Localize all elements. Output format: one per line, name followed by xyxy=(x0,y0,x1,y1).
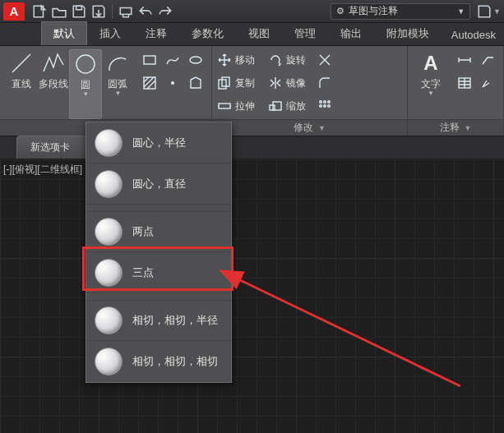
svg-rect-12 xyxy=(270,105,275,110)
array-icon[interactable] xyxy=(317,99,332,113)
svg-rect-2 xyxy=(120,7,132,14)
chevron-down-icon: ▼ xyxy=(428,90,434,97)
svg-rect-1 xyxy=(76,6,82,10)
stretch-label: 拉伸 xyxy=(235,99,255,113)
menu-item-label: 三点 xyxy=(132,265,154,280)
mirror-icon[interactable] xyxy=(268,76,283,90)
save-icon[interactable] xyxy=(72,4,86,19)
hatch-icon[interactable] xyxy=(139,72,160,94)
plot-icon[interactable] xyxy=(118,4,133,19)
svg-point-19 xyxy=(328,105,331,108)
circle-ttr[interactable]: 相切，相切，半径 xyxy=(86,300,231,341)
dim-linear-icon[interactable] xyxy=(454,49,475,71)
saveas-icon[interactable] xyxy=(91,4,106,19)
menu-item-label: 圆心，半径 xyxy=(132,136,186,150)
circle-label: 圆 xyxy=(81,80,90,90)
panel-modify-title[interactable]: 修改▼ xyxy=(212,119,407,136)
brand-label: Autodesk xyxy=(443,25,504,45)
app-menu-button[interactable]: A xyxy=(3,2,25,21)
rotate-icon[interactable] xyxy=(268,53,283,67)
circle-button[interactable]: 圆 ▼ xyxy=(69,49,101,119)
circle-center-radius[interactable]: 圆心，半径 xyxy=(86,122,231,164)
workspace-combo[interactable]: ⚙ 草图与注释 ▼ xyxy=(331,3,470,20)
ribbon-tabstrip: 默认 插入 注释 参数化 视图 管理 输出 附加模块 Autodesk xyxy=(0,23,504,46)
leader-icon[interactable] xyxy=(477,49,498,71)
line-label: 直线 xyxy=(12,79,31,90)
panel-annotate-title[interactable]: 注释▼ xyxy=(408,119,503,136)
svg-line-3 xyxy=(12,54,30,72)
open-icon[interactable] xyxy=(52,4,67,19)
new-icon[interactable] xyxy=(32,4,47,19)
svg-point-6 xyxy=(190,57,201,63)
document-tab-label: 新选项卡 xyxy=(30,141,70,153)
copy-label: 复制 xyxy=(235,76,255,90)
circle-icon xyxy=(95,218,123,246)
text-button[interactable]: A 文字 ▼ xyxy=(413,49,449,119)
table-icon[interactable] xyxy=(454,72,475,94)
tab-annotate[interactable]: 注释 xyxy=(133,21,179,45)
circle-icon xyxy=(95,129,123,157)
tab-insert[interactable]: 插入 xyxy=(87,21,133,45)
panel-annotate: A 文字 ▼ 注释▼ xyxy=(408,46,504,136)
mleader-icon[interactable] xyxy=(477,72,498,94)
tab-default[interactable]: 默认 xyxy=(41,21,87,45)
undo-icon[interactable] xyxy=(138,4,153,19)
chevron-down-icon: ▼ xyxy=(457,7,465,16)
line-button[interactable]: 直线 xyxy=(5,49,37,119)
circle-center-diameter[interactable]: 圆心，直径 xyxy=(86,164,231,205)
circle-icon xyxy=(95,306,123,334)
stretch-icon[interactable] xyxy=(217,99,232,113)
tab-manage[interactable]: 管理 xyxy=(282,21,328,45)
circle-flyout-menu: 圆心，半径 圆心，直径 两点 三点 相切，相切，半径 相切，相切，相切 xyxy=(86,122,232,383)
rectangle-icon[interactable] xyxy=(139,49,160,71)
trim-icon[interactable] xyxy=(317,53,332,67)
ellipse-icon[interactable] xyxy=(185,49,206,71)
svg-point-4 xyxy=(76,55,95,73)
scale-label: 缩放 xyxy=(286,99,306,113)
viewport-state-label[interactable]: [-][俯视][二维线框] xyxy=(3,163,82,177)
workspace-label: 草图与注释 xyxy=(349,4,398,18)
move-icon[interactable] xyxy=(217,53,232,67)
region-icon[interactable] xyxy=(185,72,206,94)
mirror-label: 镜像 xyxy=(286,76,306,90)
gear-icon: ⚙ xyxy=(336,6,344,16)
circle-ttt[interactable]: 相切，相切，相切 xyxy=(86,341,231,382)
qat-save2-icon[interactable] xyxy=(477,4,492,19)
polyline-button[interactable]: 多段线 xyxy=(37,49,69,119)
scale-icon[interactable] xyxy=(268,99,283,113)
arc-button[interactable]: 圆弧 ▼ xyxy=(102,49,134,119)
draw-small-grid xyxy=(139,49,206,119)
qat-more-icon[interactable]: ▼ xyxy=(493,7,501,16)
chevron-down-icon: ▼ xyxy=(114,90,121,97)
ribbon: 直线 多段线 圆 ▼ 圆弧 ▼ xyxy=(0,46,504,136)
arc-label: 圆弧 xyxy=(108,79,127,90)
redo-icon[interactable] xyxy=(158,4,173,19)
svg-point-14 xyxy=(320,101,322,104)
quick-access-toolbar: A ⚙ 草图与注释 ▼ ▼ xyxy=(0,0,504,23)
drawing-canvas[interactable]: [-][俯视][二维线框] xyxy=(0,159,504,433)
tab-parametric[interactable]: 参数化 xyxy=(179,21,236,45)
rotate-label: 旋转 xyxy=(286,53,306,67)
polyline-label: 多段线 xyxy=(39,79,68,90)
tab-view[interactable]: 视图 xyxy=(236,21,282,45)
svg-point-8 xyxy=(171,81,174,85)
circle-2points[interactable]: 两点 xyxy=(86,211,231,252)
fillet-icon[interactable] xyxy=(317,76,332,90)
menu-item-label: 圆心，直径 xyxy=(132,177,186,191)
svg-rect-11 xyxy=(219,104,230,108)
spline-icon[interactable] xyxy=(162,49,183,71)
chevron-down-icon: ▼ xyxy=(82,90,89,98)
menu-item-label: 相切，相切，半径 xyxy=(132,313,218,328)
copy-icon[interactable] xyxy=(217,76,232,90)
svg-point-15 xyxy=(324,101,326,104)
svg-rect-5 xyxy=(144,56,155,64)
point-icon[interactable] xyxy=(162,72,183,94)
move-label: 移动 xyxy=(235,53,255,67)
svg-point-17 xyxy=(320,105,322,108)
svg-point-16 xyxy=(328,101,331,104)
circle-3points[interactable]: 三点 xyxy=(86,252,231,293)
tab-output[interactable]: 输出 xyxy=(328,21,374,45)
circle-icon xyxy=(95,259,123,287)
svg-point-18 xyxy=(324,105,326,108)
tab-addin[interactable]: 附加模块 xyxy=(374,21,442,45)
